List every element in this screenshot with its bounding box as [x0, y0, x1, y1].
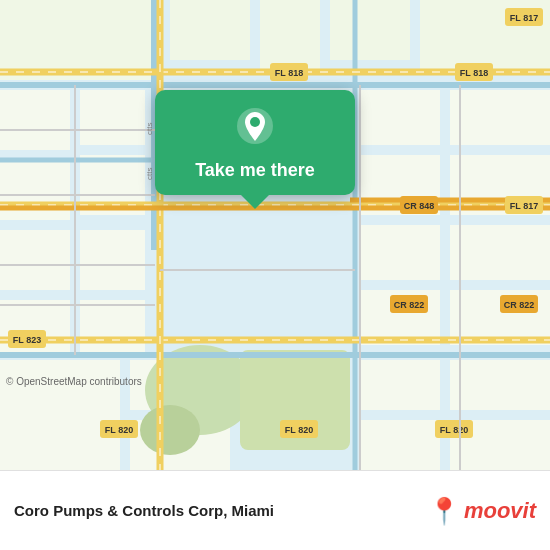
svg-rect-3: [170, 0, 250, 60]
svg-rect-26: [360, 360, 440, 410]
location-name: Coro Pumps & Controls Corp, Miami: [14, 502, 274, 519]
svg-text:FL 820: FL 820: [285, 425, 313, 435]
svg-rect-20: [450, 225, 550, 280]
svg-text:CR 822: CR 822: [504, 300, 535, 310]
svg-text:FL 817: FL 817: [510, 13, 538, 23]
svg-rect-5: [330, 0, 410, 60]
moovit-logo: 📍 moovit: [428, 498, 536, 524]
svg-rect-19: [360, 225, 440, 280]
map-svg: FL 817 FL 818 FL 818 CR 848 FL 817 CR 82…: [0, 0, 550, 470]
moovit-pin-icon: 📍: [428, 498, 460, 524]
svg-text:FL 817: FL 817: [510, 201, 538, 211]
svg-rect-15: [360, 90, 440, 145]
svg-rect-8: [0, 160, 70, 220]
svg-rect-2: [0, 0, 160, 80]
svg-point-32: [140, 405, 200, 455]
svg-text:ctts: ctts: [145, 168, 154, 180]
svg-text:CR 848: CR 848: [404, 201, 435, 211]
svg-text:FL 820: FL 820: [440, 425, 468, 435]
moovit-brand-text: moovit: [464, 498, 536, 524]
svg-text:CR 822: CR 822: [394, 300, 425, 310]
svg-rect-16: [450, 90, 550, 145]
svg-text:FL 823: FL 823: [13, 335, 41, 345]
popup-card[interactable]: Take me there: [155, 90, 355, 195]
location-pin-icon: [233, 106, 277, 150]
location-info: Coro Pumps & Controls Corp, Miami: [14, 502, 274, 519]
svg-rect-28: [450, 360, 550, 410]
bottom-bar: Coro Pumps & Controls Corp, Miami 📍 moov…: [0, 470, 550, 550]
osm-credit: © OpenStreetMap contributors: [6, 376, 142, 387]
svg-rect-4: [260, 0, 320, 70]
svg-rect-11: [0, 230, 70, 290]
map-container: FL 817 FL 818 FL 818 CR 848 FL 817 CR 82…: [0, 0, 550, 470]
take-me-button[interactable]: Take me there: [195, 160, 315, 181]
svg-rect-14: [80, 300, 145, 355]
svg-point-82: [250, 117, 260, 127]
svg-text:FL 818: FL 818: [275, 68, 303, 78]
svg-rect-27: [360, 420, 440, 470]
svg-rect-12: [80, 230, 145, 290]
svg-rect-7: [0, 90, 70, 150]
svg-text:FL 818: FL 818: [460, 68, 488, 78]
svg-text:ctts: ctts: [145, 123, 154, 135]
svg-text:FL 820: FL 820: [105, 425, 133, 435]
svg-rect-9: [80, 90, 145, 145]
